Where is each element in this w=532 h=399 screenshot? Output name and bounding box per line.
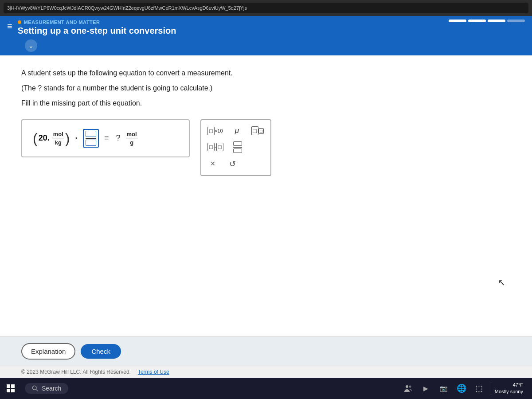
progress-seg-4 bbox=[507, 20, 525, 22]
taskbar: Search ▶ 📷 🌐 ⬚ 47°F Mostly sunny bbox=[0, 378, 532, 399]
taskbar-app-1[interactable] bbox=[400, 380, 416, 396]
taskbar-app-2[interactable]: ▶ bbox=[418, 380, 434, 396]
weather-temp: 47°F bbox=[495, 382, 523, 388]
topic-text: MEASUREMENT AND MATTER bbox=[24, 20, 100, 25]
equals-sign: = bbox=[104, 133, 109, 143]
url-text: 3jH-IVWyv8WYLP6W0cqJcWJdIACR0Qwyw24GWHIn… bbox=[7, 5, 247, 11]
fraction-denominator: kg bbox=[54, 139, 63, 146]
taskbar-icons: ▶ 📷 🌐 ⬚ 47°F Mostly sunny bbox=[400, 380, 532, 396]
search-icon bbox=[32, 385, 38, 391]
equation-inner: ( 20. mol kg ) · bbox=[33, 129, 138, 148]
windows-logo-icon bbox=[6, 384, 15, 393]
progress-seg-3 bbox=[488, 20, 505, 22]
svg-rect-1 bbox=[11, 384, 15, 388]
progress-seg-2 bbox=[468, 20, 486, 22]
svg-rect-3 bbox=[11, 389, 15, 392]
multiply-dot: · bbox=[75, 133, 78, 143]
people-icon bbox=[404, 384, 413, 393]
fraction-button[interactable] bbox=[231, 141, 244, 154]
numerator-input-slot[interactable] bbox=[86, 131, 96, 137]
palette-row-1: □ ×10 μ □ □ bbox=[207, 125, 265, 136]
page-title: Setting up a one-step unit conversion bbox=[18, 26, 176, 36]
collapse-button[interactable]: ⌄ bbox=[25, 39, 37, 52]
input-fraction-field[interactable] bbox=[83, 129, 99, 148]
result-denominator: g bbox=[129, 139, 134, 146]
undo-button[interactable]: ↺ bbox=[226, 158, 239, 170]
result-numerator: mol bbox=[126, 131, 138, 138]
fraction-numerator: mol bbox=[52, 131, 64, 138]
copyright-text: © 2023 McGraw Hill LLC. All Rights Reser… bbox=[21, 369, 131, 375]
url-bar[interactable]: 3jH-IVWyv8WYLP6W0cqJcWJdIACR0Qwyw24GWHIn… bbox=[4, 3, 528, 13]
topic-dot bbox=[18, 20, 21, 24]
search-label: Search bbox=[42, 385, 61, 392]
scientific-notation-button[interactable]: □ ×10 bbox=[207, 126, 224, 136]
svg-point-6 bbox=[406, 385, 408, 388]
divider bbox=[491, 382, 491, 395]
number-20: 20. bbox=[39, 133, 50, 143]
taskbar-search[interactable]: Search bbox=[25, 383, 68, 394]
hamburger-icon[interactable]: ≡ bbox=[7, 21, 12, 31]
problem-line2: (The ? stands for a number the student i… bbox=[21, 83, 511, 94]
left-paren-group: ( 20. mol kg ) bbox=[33, 131, 70, 146]
equation-box[interactable]: ( 20. mol kg ) · bbox=[21, 119, 190, 157]
svg-line-5 bbox=[36, 389, 38, 391]
check-button[interactable]: Check bbox=[81, 344, 121, 359]
taskbar-app-5[interactable]: ⬚ bbox=[471, 380, 487, 396]
fraction-icon bbox=[233, 141, 242, 153]
superscript-button[interactable]: □ □ bbox=[250, 125, 265, 136]
header-progress bbox=[449, 20, 525, 22]
problem-line1: A student sets up the following equation… bbox=[21, 68, 511, 78]
bottom-bar: Explanation Check bbox=[0, 336, 532, 366]
svg-rect-0 bbox=[7, 384, 10, 388]
chevron-row: ⌄ bbox=[0, 39, 532, 55]
fraction-line bbox=[86, 138, 96, 139]
symbol-palette: □ ×10 μ □ □ □ · □ bbox=[200, 119, 271, 176]
clear-button[interactable]: × bbox=[207, 158, 219, 169]
result-fraction: mol g bbox=[126, 131, 138, 146]
open-paren: ( bbox=[33, 131, 38, 145]
problem-line3: Fill in the missing part of this equatio… bbox=[21, 98, 511, 109]
weather-display: 47°F Mostly sunny bbox=[495, 382, 528, 395]
question-mark: ? bbox=[116, 133, 121, 143]
header-topic: MEASUREMENT AND MATTER bbox=[18, 20, 176, 25]
header-content: MEASUREMENT AND MATTER Setting up a one-… bbox=[18, 20, 176, 36]
explanation-button[interactable]: Explanation bbox=[21, 343, 75, 360]
main-window: 3jH-IVWyv8WYLP6W0cqJcWJdIACR0Qwyw24GWHIn… bbox=[0, 0, 532, 378]
palette-row-3: × ↺ bbox=[207, 158, 265, 170]
micro-button[interactable]: μ bbox=[231, 125, 243, 136]
progress-seg-1 bbox=[449, 20, 466, 22]
weather-condition: Mostly sunny bbox=[495, 388, 523, 395]
content-area: A student sets up the following equation… bbox=[0, 55, 532, 336]
terms-of-use-link[interactable]: Terms of Use bbox=[138, 369, 169, 375]
palette-row-2: □ · □ bbox=[207, 141, 265, 154]
svg-point-7 bbox=[409, 386, 411, 388]
taskbar-app-3[interactable]: 📷 bbox=[436, 380, 452, 396]
close-paren: ) bbox=[65, 131, 70, 145]
taskbar-app-4[interactable]: 🌐 bbox=[454, 380, 469, 396]
browser-bar: 3jH-IVWyv8WYLP6W0cqJcWJdIACR0Qwyw24GWHIn… bbox=[0, 0, 532, 16]
cursor-icon: ↖ bbox=[498, 277, 505, 288]
svg-point-4 bbox=[32, 386, 36, 390]
start-button[interactable] bbox=[0, 378, 21, 399]
fraction-mol-kg: mol kg bbox=[52, 131, 64, 146]
equation-container: ( 20. mol kg ) · bbox=[21, 119, 511, 176]
copyright-bar: © 2023 McGraw Hill LLC. All Rights Reser… bbox=[0, 366, 532, 378]
svg-rect-2 bbox=[7, 389, 10, 392]
denominator-input-slot[interactable] bbox=[86, 140, 96, 146]
dot-product-button[interactable]: □ · □ bbox=[207, 142, 224, 152]
app-header: ≡ MEASUREMENT AND MATTER Setting up a on… bbox=[0, 16, 532, 39]
